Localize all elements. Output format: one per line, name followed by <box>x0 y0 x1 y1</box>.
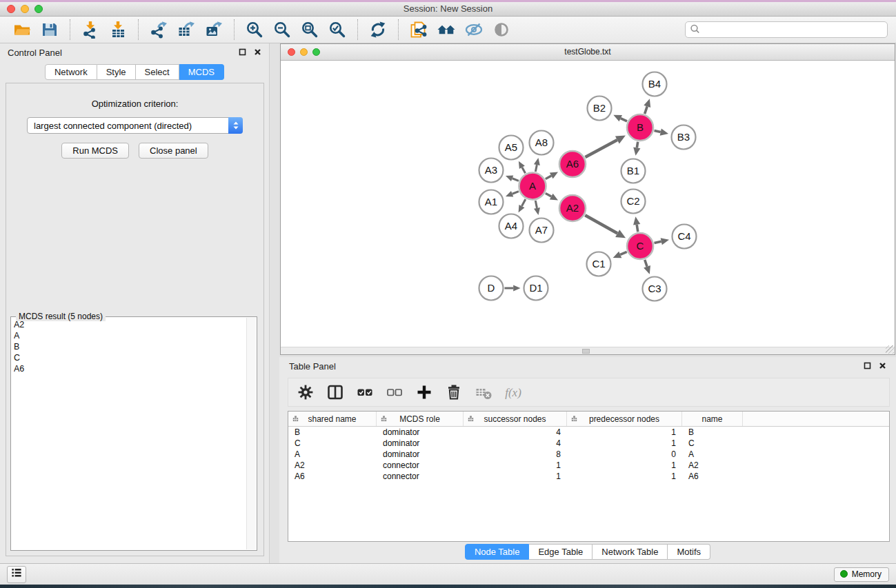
close-panel-icon[interactable] <box>254 48 261 58</box>
table-row[interactable]: Cdominator41C <box>288 438 889 449</box>
graph-node-label: A2 <box>566 202 579 214</box>
select-all-columns-button[interactable] <box>356 383 374 401</box>
table-cell: C <box>288 438 377 448</box>
memory-status-icon <box>840 570 848 578</box>
result-list-item[interactable]: A2 <box>14 319 246 330</box>
close-panel-button[interactable]: Close panel <box>139 143 208 159</box>
list-icon <box>10 567 23 582</box>
tab-select[interactable]: Select <box>136 64 179 80</box>
result-list-item[interactable]: A6 <box>14 363 246 374</box>
run-mcds-button[interactable]: Run MCDS <box>61 143 129 159</box>
tab-edge-table[interactable]: Edge Table <box>529 544 593 560</box>
splitter-handle[interactable] <box>582 349 590 354</box>
network-zoom-button[interactable] <box>312 48 320 56</box>
graph-edge-A-A4 <box>521 199 525 206</box>
delete-columns-button[interactable] <box>445 383 463 401</box>
zoom-window-button[interactable] <box>34 5 43 13</box>
graph-node-label: B <box>637 121 644 133</box>
graph-node-label: B1 <box>627 165 639 176</box>
dropdown-stepper-icon <box>228 117 243 134</box>
column-header-successor-nodes[interactable]: successor nodes <box>464 412 567 426</box>
zoom-selected-button[interactable] <box>327 19 348 40</box>
desktop-strip-bottom <box>0 585 896 588</box>
hide-network-button[interactable] <box>464 19 484 40</box>
import-table-button[interactable] <box>108 19 128 40</box>
network-canvas[interactable]: B4B2BB3A5A8A6A3AB1A1C2A2A4A7C4CC1DD1C3 <box>281 61 895 347</box>
graph-edge-A-A3 <box>512 179 519 181</box>
settings-button[interactable] <box>297 383 315 401</box>
zoom-fit-button[interactable] <box>299 19 320 40</box>
network-document-button[interactable] <box>408 19 429 40</box>
resize-grip-icon[interactable] <box>886 345 894 354</box>
task-history-button[interactable] <box>7 566 26 583</box>
tab-motifs[interactable]: Motifs <box>668 544 710 560</box>
network-bottom-strip <box>281 347 895 354</box>
zoom-out-button[interactable] <box>272 19 292 40</box>
show-network-button[interactable] <box>491 19 512 40</box>
node-table: shared nameMCDS rolesuccessor nodesprede… <box>288 411 890 542</box>
tab-mcds[interactable]: MCDS <box>179 64 224 80</box>
graph-edge-C-C2 <box>637 225 638 232</box>
graph-node-label: A1 <box>485 196 497 207</box>
close-window-button[interactable] <box>7 5 15 13</box>
table-cell: dominator <box>377 449 464 459</box>
edge-arrowhead-icon <box>534 158 540 165</box>
column-header-MCDS-role[interactable]: MCDS role <box>377 412 464 426</box>
criterion-dropdown[interactable]: largest connected component (directed) <box>27 117 243 134</box>
table-row[interactable]: A6connector11A6 <box>288 471 889 482</box>
network-minimize-button[interactable] <box>300 48 308 56</box>
unselect-all-columns-button[interactable] <box>386 383 404 401</box>
column-header-name[interactable]: name <box>682 412 743 426</box>
float-table-panel-icon[interactable] <box>864 361 871 372</box>
table-row[interactable]: A2connector11A2 <box>288 460 889 471</box>
table-row[interactable]: Adominator80A <box>288 449 889 460</box>
graph-edge-A2-C <box>585 215 617 233</box>
split-panel-button[interactable] <box>326 383 344 401</box>
zoom-in-button[interactable] <box>244 19 265 40</box>
table-cell: A6 <box>682 472 743 481</box>
tab-style[interactable]: Style <box>97 64 136 80</box>
graph-edge-C-C3 <box>645 260 647 267</box>
column-header-shared-name[interactable]: shared name <box>288 412 377 426</box>
graph-node-label: C <box>637 240 644 252</box>
add-column-button[interactable] <box>415 383 433 401</box>
control-panel-header: Control Panel <box>0 43 269 62</box>
network-close-button[interactable] <box>288 48 295 56</box>
graph-node-label: A5 <box>505 141 517 153</box>
import-network-button[interactable] <box>80 19 101 40</box>
table-cell: A2 <box>682 460 743 470</box>
search-box[interactable] <box>685 21 888 38</box>
result-scrollbar[interactable] <box>246 318 256 549</box>
search-input[interactable] <box>703 24 883 35</box>
table-row[interactable]: Bdominator41B <box>288 427 889 438</box>
graph-node-label: C4 <box>677 230 690 242</box>
memory-button[interactable]: Memory <box>834 567 889 582</box>
column-header-predecessor-nodes[interactable]: predecessor nodes <box>567 412 682 426</box>
tab-network-table[interactable]: Network Table <box>593 544 668 560</box>
graph-edge-B-B1 <box>637 142 637 148</box>
export-network-button[interactable] <box>148 19 169 40</box>
column-header-label: successor nodes <box>484 414 546 424</box>
toolbar-separator <box>234 19 235 40</box>
graph-node-label: B2 <box>593 102 606 114</box>
minimize-window-button[interactable] <box>21 5 29 13</box>
table-cell: B <box>682 427 743 437</box>
export-image-button[interactable] <box>203 19 224 40</box>
close-table-panel-icon[interactable] <box>879 361 886 372</box>
optimization-criterion-label: Optimization criterion: <box>6 99 263 109</box>
refresh-layout-button[interactable] <box>368 19 388 40</box>
save-session-button[interactable] <box>39 19 60 40</box>
export-table-button[interactable] <box>176 19 197 40</box>
table-cell: A2 <box>288 460 377 470</box>
result-list-item[interactable]: C <box>14 352 246 363</box>
tab-network[interactable]: Network <box>45 64 97 80</box>
column-type-icon <box>380 414 388 425</box>
graph-node-label: B3 <box>677 131 690 143</box>
home-button[interactable] <box>436 19 457 40</box>
tab-node-table[interactable]: Node Table <box>465 544 530 560</box>
result-list-item[interactable]: A <box>14 330 246 341</box>
open-folder-button[interactable] <box>12 19 32 40</box>
float-panel-icon[interactable] <box>239 48 246 58</box>
result-list-item[interactable]: B <box>14 341 246 352</box>
table-toolbar: f(x) <box>288 378 890 407</box>
